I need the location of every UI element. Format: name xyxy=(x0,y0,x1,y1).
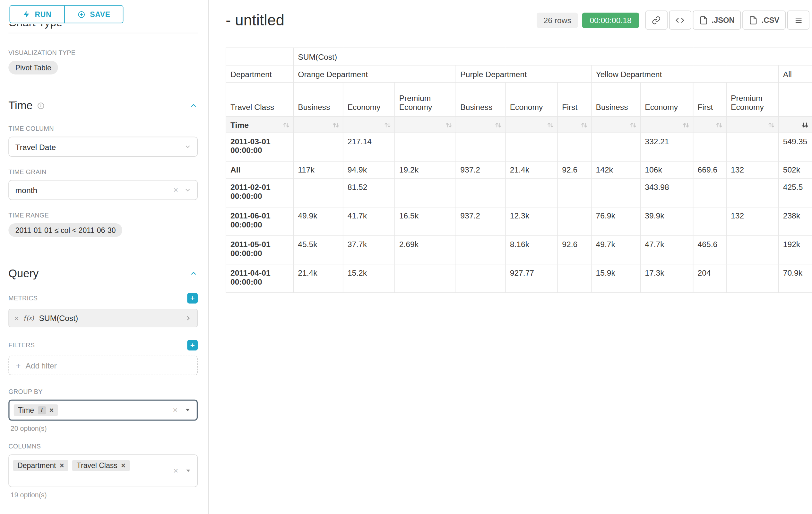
time-section-header[interactable]: Time xyxy=(8,99,198,112)
remove-tag-icon[interactable]: × xyxy=(60,461,64,470)
pivot-row-label: 2011-03-01 00:00:00 xyxy=(226,133,293,161)
pivot-value-cell xyxy=(591,179,641,207)
collapse-chevron-icon[interactable] xyxy=(190,101,198,110)
sort-icon[interactable] xyxy=(384,121,391,129)
embed-code-button[interactable] xyxy=(669,10,691,30)
sort-icon[interactable] xyxy=(445,121,453,129)
clear-icon[interactable]: × xyxy=(173,406,177,414)
pivot-data-row: 2011-02-01 00:00:0081.52343.98425.5 xyxy=(226,179,812,207)
sort-icon[interactable] xyxy=(332,121,340,129)
remove-tag-icon[interactable]: × xyxy=(121,461,125,470)
time-column-field: TIME COLUMN Travel Date xyxy=(8,125,198,157)
pivot-value-cell xyxy=(456,236,505,264)
pivot-value-cell xyxy=(505,133,558,161)
add-filter-dropzone[interactable]: + Add filter xyxy=(8,356,198,375)
add-filter-button[interactable]: + xyxy=(187,340,198,350)
chart-title[interactable]: - untitled xyxy=(226,11,284,29)
pivot-data-row: 2011-06-01 00:00:0049.9k41.7k16.5k937.21… xyxy=(226,207,812,236)
pivot-value-cell: 425.5 xyxy=(779,179,812,207)
add-metric-button[interactable]: + xyxy=(187,293,198,304)
sort-icon[interactable] xyxy=(630,121,637,129)
plus-icon: + xyxy=(16,361,21,371)
clear-icon[interactable]: × xyxy=(173,466,178,475)
filters-label: FILTERS xyxy=(8,342,35,349)
pivot-value-cell: 76.9k xyxy=(591,207,641,236)
query-timer-badge: 00:00:00.18 xyxy=(582,12,639,28)
pivot-data-row: 2011-05-01 00:00:0045.5k37.7k2.69k8.16k9… xyxy=(226,236,812,264)
sort-desc-icon[interactable] xyxy=(802,121,809,129)
group-by-select[interactable]: Time i × × xyxy=(8,400,198,421)
group-by-field: GROUP BY Time i × × 20 option(s) xyxy=(8,388,198,432)
download-csv-button[interactable]: .CSV xyxy=(742,10,785,30)
pivot-value-cell xyxy=(456,179,505,207)
pivot-department-header: Orange Department xyxy=(293,65,456,83)
columns-tag-department[interactable]: Department × xyxy=(13,460,68,471)
pivot-class-header: Economy xyxy=(505,83,558,116)
pivot-value-cell: 41.7k xyxy=(343,207,395,236)
visualization-type-value[interactable]: Pivot Table xyxy=(8,61,58,75)
sort-icon[interactable] xyxy=(495,121,502,129)
pivot-metric-header: SUM(Cost) xyxy=(293,48,812,65)
pivot-value-cell xyxy=(505,179,558,207)
sort-icon[interactable] xyxy=(768,121,775,129)
query-section-header[interactable]: Query xyxy=(8,267,198,280)
chevron-down-icon[interactable] xyxy=(184,143,191,150)
chevron-right-icon[interactable] xyxy=(184,314,192,322)
add-filter-label: Add filter xyxy=(25,361,57,370)
time-column-select[interactable]: Travel Date xyxy=(8,137,198,157)
sort-icon[interactable] xyxy=(283,121,290,129)
pivot-value-cell xyxy=(693,133,727,161)
columns-select[interactable]: Department × Travel Class × × xyxy=(8,455,198,487)
time-range-value[interactable]: 2011-01-01 ≤ col < 2011-06-30 xyxy=(8,223,123,237)
function-icon: ƒ(x) xyxy=(24,314,34,322)
download-json-button[interactable]: .JSON xyxy=(693,10,741,30)
sort-icon[interactable] xyxy=(716,121,723,129)
pivot-value-cell: 21.4k xyxy=(293,264,343,293)
pivot-class-blank xyxy=(779,83,812,116)
plus-icon: + xyxy=(190,293,195,303)
pivot-value-cell xyxy=(591,133,641,161)
remove-metric-icon[interactable]: × xyxy=(14,314,19,323)
save-button[interactable]: SAVE xyxy=(64,5,123,23)
pivot-value-cell: 238k xyxy=(779,207,812,236)
pivot-value-cell: 106k xyxy=(640,161,693,179)
remove-tag-icon[interactable]: × xyxy=(50,406,54,414)
run-button[interactable]: RUN xyxy=(10,5,65,23)
visualization-type-field: VISUALIZATION TYPE Pivot Table xyxy=(8,49,198,75)
chevron-down-icon[interactable] xyxy=(184,186,191,194)
info-icon xyxy=(37,102,45,110)
pivot-value-cell xyxy=(557,207,591,236)
pivot-row-label: All xyxy=(226,161,293,179)
copy-link-button[interactable] xyxy=(645,10,667,30)
sort-icon[interactable] xyxy=(547,121,554,129)
pivot-value-cell: 937.2 xyxy=(456,161,505,179)
metric-sum-cost[interactable]: × ƒ(x) SUM(Cost) xyxy=(8,309,198,327)
pivot-value-cell xyxy=(726,264,779,293)
pivot-class-header: First xyxy=(693,83,727,116)
group-by-tag-time[interactable]: Time i × xyxy=(14,404,58,416)
run-label: RUN xyxy=(35,10,51,18)
pivot-data-row: 2011-03-01 00:00:00217.14332.21549.35 xyxy=(226,133,812,161)
collapse-chevron-icon[interactable] xyxy=(190,269,198,277)
pivot-value-cell: 142k xyxy=(591,161,641,179)
pivot-value-cell xyxy=(557,264,591,293)
columns-tag-travel-class[interactable]: Travel Class × xyxy=(72,460,130,471)
pivot-value-cell xyxy=(557,179,591,207)
caret-down-icon[interactable] xyxy=(184,407,191,413)
pivot-value-cell: 94.9k xyxy=(343,161,395,179)
time-grain-select[interactable]: month × xyxy=(8,180,198,200)
pivot-row-label: 2011-05-01 00:00:00 xyxy=(226,236,293,264)
pivot-value-cell: 204 xyxy=(693,264,727,293)
pivot-value-cell: 927.77 xyxy=(505,264,558,293)
sort-icon[interactable] xyxy=(581,121,588,129)
pivot-value-cell: 132 xyxy=(726,207,779,236)
pivot-value-cell xyxy=(726,133,779,161)
hamburger-icon xyxy=(794,16,803,24)
menu-button[interactable] xyxy=(787,10,809,30)
sort-icon[interactable] xyxy=(682,121,690,129)
clear-icon[interactable]: × xyxy=(173,186,178,194)
query-actions-bar: RUN SAVE xyxy=(0,0,208,24)
caret-down-icon[interactable] xyxy=(185,468,192,474)
pivot-sort-cell xyxy=(591,116,641,133)
pivot-value-cell xyxy=(456,133,505,161)
